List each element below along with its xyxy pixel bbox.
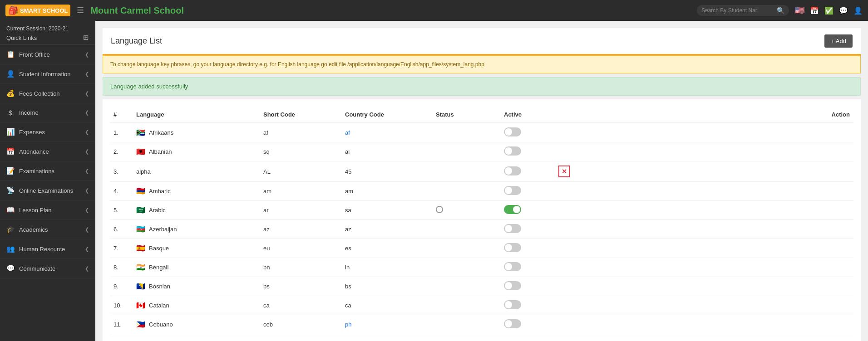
quick-links: Quick Links ⊞ bbox=[6, 34, 89, 42]
search-input[interactable] bbox=[701, 7, 774, 14]
table-row: 4.🇦🇲Amharicamam bbox=[110, 182, 853, 201]
cell-country-code[interactable]: af bbox=[341, 123, 432, 142]
page-header: Language List + Add bbox=[103, 28, 861, 55]
sidebar-item-communicate[interactable]: 💬 Communicate ❮ bbox=[0, 259, 95, 278]
flag-emoji: 🇿🇦 bbox=[136, 128, 145, 137]
sidebar-item-attendance[interactable]: 📅 Attendance ❮ bbox=[0, 142, 95, 161]
active-toggle[interactable] bbox=[504, 300, 521, 309]
cell-country-code: es bbox=[341, 239, 432, 258]
chevron-icon: ❮ bbox=[85, 207, 89, 213]
page-title: Language List bbox=[111, 36, 162, 46]
country-code-link[interactable]: af bbox=[345, 129, 350, 136]
delete-button[interactable]: ✕ bbox=[558, 166, 570, 177]
active-toggle[interactable] bbox=[504, 205, 521, 214]
cell-country-code: in bbox=[341, 258, 432, 277]
sidebar-item-examinations[interactable]: 📝 Examinations ❮ bbox=[0, 161, 95, 181]
language-name: Bosnian bbox=[149, 283, 170, 290]
cell-num: 3. bbox=[110, 161, 133, 182]
app-logo[interactable]: 🎒 SMART SCHOOL bbox=[5, 5, 70, 16]
cell-country-code: sa bbox=[341, 201, 432, 220]
chevron-icon: ❮ bbox=[85, 246, 89, 252]
sidebar-item-lesson-plan[interactable]: 📖 Lesson Plan ❮ bbox=[0, 200, 95, 220]
cell-num: 1. bbox=[110, 123, 133, 142]
table-row: 10.🇨🇦Catalancaca bbox=[110, 296, 853, 315]
cell-action bbox=[555, 239, 853, 258]
active-toggle[interactable] bbox=[504, 262, 521, 271]
cell-language: 🇨🇦Catalan bbox=[133, 296, 260, 315]
cell-active bbox=[500, 239, 555, 258]
active-toggle[interactable] bbox=[504, 224, 521, 233]
cell-num: 9. bbox=[110, 277, 133, 296]
flag-emoji: 🇮🇳 bbox=[136, 263, 145, 272]
col-header-short-code: Short Code bbox=[260, 107, 341, 123]
sidebar-item-academics[interactable]: 🎓 Academics ❮ bbox=[0, 220, 95, 239]
language-name: Arabic bbox=[149, 207, 166, 214]
sidebar-label-exams: Examinations bbox=[19, 168, 54, 175]
toggle-slider bbox=[504, 166, 521, 175]
lesson-plan-icon: 📖 bbox=[6, 206, 15, 214]
search-icon[interactable]: 🔍 bbox=[777, 7, 784, 14]
sidebar-label-hr: Human Resource bbox=[19, 246, 65, 253]
toggle-slider bbox=[504, 300, 521, 309]
cell-status bbox=[432, 277, 500, 296]
cell-short-code: af bbox=[260, 123, 341, 142]
table-body: 1.🇿🇦Afrikaansafaf2.🇦🇱Albaniansqal3.alpha… bbox=[110, 123, 853, 334]
sidebar-item-student-information[interactable]: 👤 Student Information ❮ bbox=[0, 64, 95, 84]
table-row: 5.🇸🇦Arabicarsa bbox=[110, 201, 853, 220]
active-toggle[interactable] bbox=[504, 186, 521, 195]
sidebar-item-expenses[interactable]: 📊 Expenses ❮ bbox=[0, 122, 95, 142]
cell-active bbox=[500, 258, 555, 277]
active-toggle[interactable] bbox=[504, 243, 521, 252]
sidebar-item-income[interactable]: $ Income ❮ bbox=[0, 103, 95, 122]
sidebar-item-human-resource[interactable]: 👥 Human Resource ❮ bbox=[0, 239, 95, 259]
calendar-icon[interactable]: 📅 bbox=[810, 6, 819, 15]
session-label: Current Session: 2020-21 bbox=[6, 25, 89, 32]
toggle-slider bbox=[504, 127, 521, 136]
col-header-country-code: Country Code bbox=[341, 107, 432, 123]
main-content: Language List + Add To change language k… bbox=[95, 21, 868, 341]
active-toggle[interactable] bbox=[504, 146, 521, 156]
col-header-action: Action bbox=[555, 107, 853, 123]
cell-language: 🇸🇦Arabic bbox=[133, 201, 260, 220]
cell-language: 🇦🇲Amharic bbox=[133, 182, 260, 201]
attendance-icon: 📅 bbox=[6, 147, 15, 156]
table-row: 9.🇧🇦Bosnianbsbs bbox=[110, 277, 853, 296]
sidebar-label-income: Income bbox=[19, 109, 39, 116]
sidebar-item-fees-collection[interactable]: 💰 Fees Collection ❮ bbox=[0, 84, 95, 103]
search-box: 🔍 bbox=[697, 5, 789, 16]
cell-active bbox=[500, 296, 555, 315]
country-code-link[interactable]: ph bbox=[345, 321, 351, 328]
chevron-icon: ❮ bbox=[85, 71, 89, 77]
table-row: 11.🇵🇭Cebuanocebph bbox=[110, 315, 853, 334]
user-icon[interactable]: 👤 bbox=[853, 6, 863, 15]
sidebar-item-online-examinations[interactable]: 📡 Online Examinations ❮ bbox=[0, 181, 95, 200]
chevron-icon: ❮ bbox=[85, 266, 89, 272]
flag-icon[interactable]: 🇺🇸 bbox=[794, 5, 804, 15]
cell-action bbox=[555, 123, 853, 142]
add-button[interactable]: + Add bbox=[824, 34, 853, 48]
language-table-container: # Language Short Code Country Code Statu… bbox=[103, 99, 861, 341]
cell-country-code[interactable]: ph bbox=[341, 315, 432, 334]
cell-status bbox=[432, 296, 500, 315]
active-toggle[interactable] bbox=[504, 319, 521, 328]
exams-icon: 📝 bbox=[6, 167, 15, 175]
cell-num: 11. bbox=[110, 315, 133, 334]
hamburger-icon[interactable]: ☰ bbox=[75, 4, 86, 17]
table-row: 7.🇪🇸Basqueeues bbox=[110, 239, 853, 258]
checkmark-icon[interactable]: ✅ bbox=[824, 6, 833, 15]
sidebar-item-front-office[interactable]: 📋 Front Office ❮ bbox=[0, 45, 95, 64]
sidebar-label-expenses: Expenses bbox=[19, 129, 45, 136]
chevron-icon: ❮ bbox=[85, 110, 89, 116]
academics-icon: 🎓 bbox=[6, 225, 15, 234]
toggle-slider bbox=[504, 205, 521, 214]
language-name: Amharic bbox=[149, 188, 171, 195]
grid-icon[interactable]: ⊞ bbox=[83, 34, 89, 42]
flag-emoji: 🇸🇦 bbox=[136, 206, 145, 214]
cell-active bbox=[500, 142, 555, 161]
active-toggle[interactable] bbox=[504, 127, 521, 136]
flag-emoji: 🇦🇿 bbox=[136, 225, 145, 234]
active-toggle[interactable] bbox=[504, 166, 521, 175]
whatsapp-icon[interactable]: 💬 bbox=[839, 6, 848, 15]
status-radio[interactable] bbox=[436, 206, 443, 213]
active-toggle[interactable] bbox=[504, 281, 521, 290]
